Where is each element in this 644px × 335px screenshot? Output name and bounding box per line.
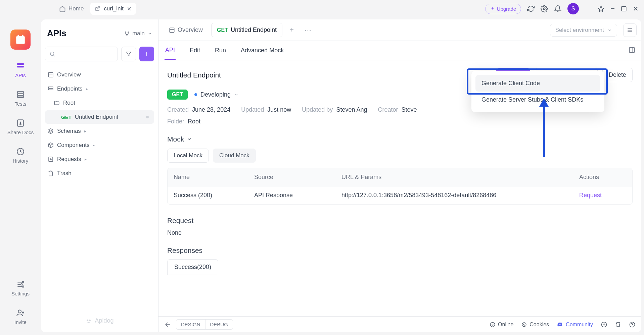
mode-toggle[interactable]: DESIGN DEBUG [176,319,233,330]
tree-schemas[interactable]: Schemas ▸ [45,124,154,138]
tree-root-folder[interactable]: Root [45,96,154,110]
layout-icon [629,47,635,53]
svg-point-16 [125,32,126,33]
tshirt-icon[interactable] [615,322,621,328]
status-selector[interactable]: Developing [194,91,239,98]
svg-point-17 [128,32,129,33]
apidog-logo-icon [85,318,92,324]
avatar[interactable]: S [567,3,579,14]
rail-history[interactable]: History [13,147,29,164]
external-icon [95,6,100,11]
method-pill: GET [167,90,188,100]
svg-rect-6 [17,66,24,67]
footer-bar: DESIGN DEBUG Online Cookies Community [158,316,641,332]
rail-tests[interactable]: Tests [14,90,26,107]
search-input[interactable] [45,47,118,61]
dropdown-generate-client-code[interactable]: Generate Client Code [475,75,600,92]
mock-table-row: Success (200) API Response http://127.0.… [168,186,632,204]
mock-request-link[interactable]: Request [579,192,626,199]
menu-icon [627,27,633,33]
upload-icon[interactable] [601,322,607,328]
menu-button[interactable] [623,23,637,37]
folder-label: Folder [167,118,184,125]
chevron-down-icon [147,31,152,36]
rail-settings[interactable]: Settings [11,280,30,296]
gear-icon[interactable] [541,5,548,12]
svg-point-30 [523,324,524,324]
app-logo[interactable] [10,30,31,50]
rail-apis[interactable]: APIs [15,62,26,78]
tree-endpoint-item[interactable]: GET Untitled Endpoint [45,110,154,124]
subtab-run[interactable]: Run [214,42,227,59]
chevron-down-icon[interactable] [187,136,192,142]
status-online[interactable]: Online [490,322,513,328]
bell-icon[interactable] [554,5,561,12]
left-rail: APIs Tests Share Docs History Settings I… [0,17,41,335]
tree-components[interactable]: Components ▸ [45,138,154,152]
svg-rect-7 [17,92,23,93]
footer-community[interactable]: Community [557,322,593,328]
status-dot-icon [194,93,197,96]
refresh-icon[interactable] [527,5,535,12]
subtab-api[interactable]: API [165,41,176,60]
chevron-down-icon [234,92,239,97]
add-button[interactable]: + [139,47,154,61]
svg-point-28 [490,322,495,327]
responses-section-title: Responses [167,246,633,255]
branch-selector[interactable]: main [124,30,152,37]
updatedby-value: Steven Ang [336,106,367,113]
tab-label: curl_init [104,5,124,12]
request-body: None [167,229,633,236]
close-icon[interactable]: ✕ [127,6,131,12]
mock-section-title: Mock [167,135,633,143]
pin-icon[interactable] [598,5,604,12]
svg-point-31 [524,325,525,325]
mock-tab-local[interactable]: Local Mock [167,149,209,163]
window-close-icon[interactable]: ✕ [633,5,639,13]
mock-tab-cloud[interactable]: Cloud Mock [213,149,256,163]
upgrade-button[interactable]: Upgrade [485,4,521,14]
mock-row-source: API Response [254,192,341,199]
svg-rect-20 [48,72,53,77]
mock-row-url: http://127.0.0.1:3658/m2/583493-548162-d… [341,192,579,199]
tree-endpoints[interactable]: Endpoints ▸ [45,82,154,96]
subtab-edit[interactable]: Edit [189,42,201,59]
footer-cookies[interactable]: Cookies [521,322,549,328]
help-icon[interactable] [629,322,635,328]
branch-icon [124,31,130,36]
tree-trash[interactable]: Trash [45,167,154,180]
endpoint-title: Untitled Endpoint [167,71,221,79]
svg-rect-3 [18,35,19,37]
tab-curl-init[interactable]: curl_init ✕ [90,3,136,15]
creator-label: Creator [378,106,398,113]
mode-design[interactable]: DESIGN [176,320,205,329]
svg-rect-2 [16,36,25,44]
mode-debug[interactable]: DEBUG [205,320,233,329]
folder-value: Root [188,118,200,125]
environment-selector[interactable]: Select environment [550,24,617,37]
response-tab-success[interactable]: Success(200) [167,259,218,275]
collapse-icon[interactable] [165,321,171,328]
creator-value: Steve [402,106,417,113]
tab-overview[interactable]: Overview [163,23,209,37]
rail-share-docs[interactable]: Share Docs [7,119,34,135]
overview-tab-icon [169,27,175,33]
request-section-title: Request [167,217,633,225]
svg-rect-9 [17,96,23,97]
tree-requests[interactable]: Requests ▸ [45,153,154,166]
annotation-arrow-icon [537,97,551,157]
tree-overview[interactable]: Overview [45,68,154,81]
tab-home[interactable]: Home [55,3,88,15]
subtab-advanced-mock[interactable]: Advanced Mock [240,42,284,59]
delete-button[interactable]: Delete [602,68,633,82]
tab-endpoint[interactable]: GET Untitled Endpoint [211,23,282,37]
rail-invite[interactable]: Invite [14,309,27,325]
col-name: Name [174,174,254,181]
filter-button[interactable] [121,47,136,61]
tab-add-button[interactable]: + [285,26,298,34]
layout-toggle-button[interactable] [629,47,635,54]
minimize-icon[interactable]: − [610,4,615,13]
svg-point-25 [89,319,91,321]
tab-more-button[interactable]: ⋯ [301,26,315,34]
maximize-icon[interactable] [621,6,627,12]
